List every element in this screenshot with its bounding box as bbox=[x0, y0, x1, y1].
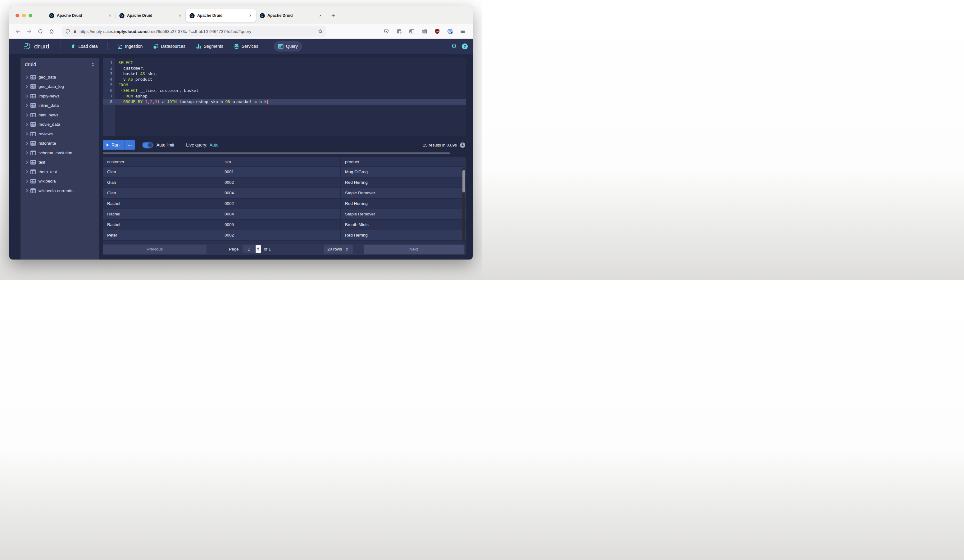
pocket-button[interactable] bbox=[381, 26, 391, 36]
column-header-sku[interactable]: sku bbox=[220, 157, 341, 166]
next-page-button[interactable]: Next bbox=[364, 245, 464, 254]
bookmark-star-icon[interactable] bbox=[318, 29, 323, 34]
onepassword-button[interactable] bbox=[445, 26, 455, 36]
page-spinner[interactable] bbox=[256, 245, 261, 253]
cell-customer[interactable]: Gian bbox=[103, 178, 220, 187]
tab-close-button[interactable]: × bbox=[319, 13, 322, 18]
cell-product[interactable]: Mug O'Grog bbox=[341, 167, 466, 177]
tab-close-button[interactable]: × bbox=[178, 13, 182, 18]
table-row[interactable]: Rachel0004Staple Remover bbox=[103, 209, 466, 220]
cell-product[interactable]: Staple Remover bbox=[341, 241, 466, 244]
code-line[interactable]: v AS product bbox=[115, 77, 466, 82]
cell-customer[interactable]: Rachel bbox=[103, 209, 220, 219]
cell-customer[interactable]: Rachel bbox=[103, 220, 220, 230]
nav-item-ingestion[interactable]: Ingestion bbox=[113, 41, 147, 52]
sidebar-item-schema_evolution[interactable]: schema_evolution bbox=[25, 148, 95, 158]
cell-product[interactable]: Red Herring bbox=[341, 199, 466, 209]
tab-close-button[interactable]: × bbox=[108, 13, 112, 18]
browser-tab[interactable]: Apache Druid× bbox=[256, 9, 326, 22]
sidebar-item-theta_test[interactable]: theta_test bbox=[25, 167, 95, 177]
sql-editor[interactable]: 12345678 SELECT customer, basket AS sku,… bbox=[103, 58, 466, 136]
rows-per-page-select[interactable]: 20 rows bbox=[324, 245, 353, 254]
close-window-button[interactable] bbox=[16, 14, 19, 17]
previous-page-button[interactable]: Previous bbox=[103, 245, 207, 254]
table-row[interactable]: Peter0002Red Herring bbox=[103, 230, 466, 241]
run-button[interactable]: Run bbox=[103, 140, 125, 149]
reload-button[interactable] bbox=[36, 26, 46, 36]
cell-customer[interactable]: Gian bbox=[103, 167, 220, 177]
cell-sku[interactable]: 0001 bbox=[220, 167, 341, 177]
cell-customer[interactable]: Gian bbox=[103, 188, 220, 198]
auto-limit-toggle[interactable] bbox=[143, 143, 153, 148]
scrollbar-thumb[interactable] bbox=[462, 170, 465, 192]
code-line[interactable]: SELECT bbox=[115, 60, 466, 65]
cell-product[interactable]: Staple Remover bbox=[341, 209, 466, 219]
sidebar-item-imply-news[interactable]: imply-news bbox=[25, 91, 95, 101]
help-icon[interactable]: ? bbox=[462, 44, 468, 49]
live-query-value[interactable]: Auto bbox=[210, 143, 219, 148]
cell-product[interactable]: Red Herring bbox=[341, 178, 466, 187]
table-row[interactable]: Rachel0005Breath Mints bbox=[103, 220, 466, 230]
sidebar-item-geo_data[interactable]: geo_data bbox=[25, 72, 95, 82]
cell-sku[interactable]: 0002 bbox=[220, 178, 341, 187]
cell-customer[interactable]: Peter bbox=[103, 230, 220, 240]
nav-item-datasources[interactable]: Datasources bbox=[149, 41, 190, 52]
cell-customer[interactable]: Peter bbox=[103, 241, 220, 244]
browser-tab[interactable]: Apache Druid× bbox=[186, 9, 256, 22]
minimize-window-button[interactable] bbox=[22, 14, 26, 17]
sidebar-item-test[interactable]: test bbox=[25, 158, 95, 167]
containers-fence-button[interactable] bbox=[420, 26, 430, 36]
cell-product[interactable]: Red Herring bbox=[341, 230, 466, 240]
sidebar-item-reviews[interactable]: reviews bbox=[25, 129, 95, 139]
column-header-product[interactable]: product bbox=[341, 157, 466, 166]
sidebar-item-wikipedia[interactable]: wikipedia bbox=[25, 177, 95, 186]
forward-button[interactable] bbox=[24, 26, 34, 36]
cell-sku[interactable]: 0004 bbox=[220, 241, 341, 244]
table-row[interactable]: Rachel0002Red Herring bbox=[103, 199, 466, 209]
cell-customer[interactable]: Rachel bbox=[103, 199, 220, 209]
sidebar-item-movie_data[interactable]: movie_data bbox=[25, 120, 95, 130]
code-line[interactable]: basket AS sku, bbox=[115, 71, 466, 77]
code-line[interactable]: GROUP BY 1,2,3) a JOIN lookup.eshop_sku … bbox=[115, 99, 466, 105]
ublock-origin-button[interactable]: uO bbox=[432, 26, 442, 36]
cell-sku[interactable]: 0004 bbox=[220, 209, 341, 219]
druid-logo[interactable]: druid bbox=[23, 42, 49, 50]
horizontal-scrollbar[interactable] bbox=[103, 153, 450, 154]
library-button[interactable] bbox=[394, 26, 404, 36]
menu-button[interactable] bbox=[458, 26, 468, 36]
code-line[interactable]: FROM eshop bbox=[115, 93, 466, 99]
sidebar-item-ristorante[interactable]: ristorante bbox=[25, 139, 95, 148]
sort-icon[interactable] bbox=[91, 62, 95, 67]
cell-sku[interactable]: 0004 bbox=[220, 188, 341, 198]
home-button[interactable] bbox=[47, 26, 57, 36]
nav-item-services[interactable]: Services bbox=[230, 41, 263, 52]
code-line[interactable]: (SELECT __time, customer, basket bbox=[115, 88, 466, 93]
url-bar[interactable]: https://imply-sales.implycloud.com/druid… bbox=[62, 26, 326, 37]
cell-sku[interactable]: 0002 bbox=[220, 230, 341, 240]
nav-item-segments[interactable]: Segments bbox=[192, 41, 228, 52]
column-header-customer[interactable]: customer bbox=[103, 157, 220, 166]
browser-tab[interactable]: Apache Druid× bbox=[116, 9, 186, 22]
vertical-scrollbar[interactable] bbox=[462, 168, 465, 243]
sidebar-toggle-button[interactable] bbox=[407, 26, 417, 36]
sidebar-item-mini_news[interactable]: mini_news bbox=[25, 110, 95, 120]
editor-code[interactable]: SELECT customer, basket AS sku, v AS pro… bbox=[115, 58, 466, 136]
zoom-window-button[interactable] bbox=[29, 14, 32, 17]
table-row[interactable]: Gian0002Red Herring bbox=[103, 178, 466, 188]
table-row[interactable]: Peter0004Staple Remover bbox=[103, 241, 466, 244]
browser-tab[interactable]: Apache Druid× bbox=[46, 9, 116, 22]
back-button[interactable] bbox=[13, 26, 23, 36]
cell-sku[interactable]: 0002 bbox=[220, 199, 341, 209]
download-icon[interactable] bbox=[460, 142, 466, 148]
table-row[interactable]: Gian0001Mug O'Grog bbox=[103, 167, 466, 178]
table-row[interactable]: Gian0004Staple Remover bbox=[103, 188, 466, 199]
sidebar-item-inline_data[interactable]: inline_data bbox=[25, 101, 95, 110]
settings-gear-icon[interactable]: ⚙ bbox=[451, 43, 457, 49]
sidebar-item-geo_data_leg[interactable]: geo_data_leg bbox=[25, 82, 95, 92]
nav-item-load-data[interactable]: Load data bbox=[66, 41, 102, 52]
cell-sku[interactable]: 0005 bbox=[220, 220, 341, 230]
code-line[interactable]: FROM bbox=[115, 82, 466, 88]
cell-product[interactable]: Staple Remover bbox=[341, 188, 466, 198]
cell-product[interactable]: Breath Mints bbox=[341, 220, 466, 230]
page-number-input[interactable]: 1 bbox=[243, 245, 256, 253]
